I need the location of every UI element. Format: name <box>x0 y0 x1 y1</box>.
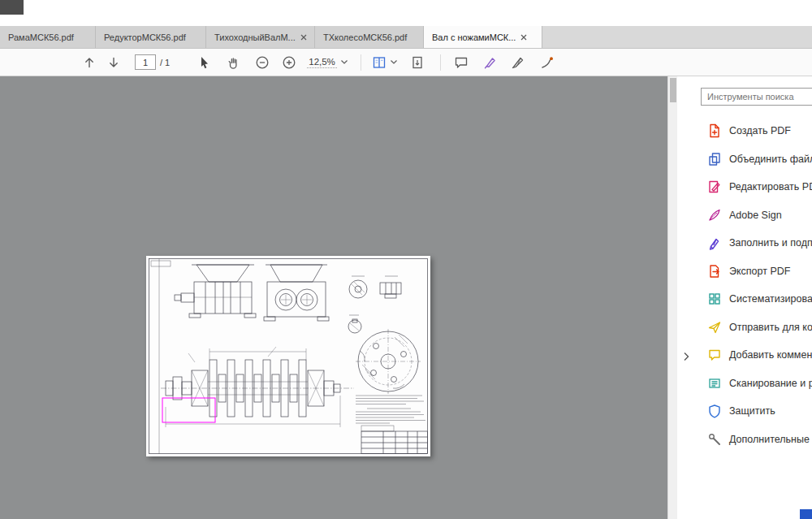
tool-label: Отправить для ком <box>729 322 812 333</box>
document-tab-bar: РамаМСК56.pdf РедукторМСК56.pdf Тихоходн… <box>0 26 812 49</box>
page-display-dropdown[interactable] <box>372 55 397 70</box>
page-up-button[interactable] <box>81 52 97 73</box>
document-canvas[interactable] <box>0 76 667 519</box>
tab-label: РедукторМСК56.pdf <box>104 32 186 42</box>
adobe-sign-icon <box>707 208 722 223</box>
minus-circle-icon <box>255 55 270 70</box>
highlight-tool-button[interactable] <box>482 52 499 73</box>
hand-tool-button[interactable] <box>225 52 241 73</box>
window-corner-fragment <box>0 0 24 15</box>
tool-organize-pages[interactable]: Систематизировать <box>697 285 812 314</box>
tab-label: Вал с ножамиМСК... <box>432 32 516 42</box>
tool-export-pdf[interactable]: Экспорт PDF <box>697 257 812 286</box>
acrobat-window: РамаМСК56.pdf РедукторМСК56.pdf Тихоходн… <box>0 0 812 519</box>
scan-ocr-icon <box>707 376 722 391</box>
zoom-out-button[interactable] <box>254 52 270 73</box>
close-icon[interactable] <box>520 34 527 41</box>
fill-sign-tool-button[interactable] <box>539 52 555 73</box>
tool-more-tools[interactable]: Дополнительные ин <box>697 426 812 454</box>
scrolling-page-icon <box>410 55 425 70</box>
annotation-highlight <box>162 398 215 422</box>
highlighter-icon <box>483 55 498 70</box>
tab-thkolesomsk56[interactable]: ТХколесоМСК56.pdf <box>315 26 424 48</box>
arrow-down-icon <box>106 55 121 70</box>
caret-down-icon <box>341 60 348 64</box>
engineering-drawing <box>146 256 430 456</box>
sign-tool-button[interactable] <box>510 52 526 73</box>
tool-adobe-sign[interactable]: Adobe Sign <box>697 201 812 230</box>
taskbar-accent <box>800 509 812 519</box>
page-display-icon <box>372 55 387 70</box>
tab-ramamsk56[interactable]: РамаМСК56.pdf <box>0 26 96 48</box>
side-view <box>264 265 329 321</box>
tab-val-s-nozhami[interactable]: Вал с ножамиМСК... <box>424 26 542 48</box>
scrollbar-thumb[interactable] <box>670 78 676 102</box>
tool-send-for-comments[interactable]: Отправить для ком <box>697 314 812 342</box>
protect-icon <box>707 404 722 418</box>
plus-circle-icon <box>282 55 296 70</box>
combine-files-icon <box>707 152 722 167</box>
close-icon[interactable] <box>300 34 307 41</box>
fill-sign-icon <box>707 236 722 250</box>
title-block <box>361 426 428 454</box>
edit-pdf-icon <box>707 179 722 194</box>
arrow-up-icon <box>82 55 97 70</box>
tools-search-input[interactable] <box>701 88 812 106</box>
tool-label: Создать PDF <box>729 125 791 136</box>
tool-label: Экспорт PDF <box>729 266 790 277</box>
front-view <box>175 265 256 318</box>
tool-label: Объединить файлы <box>729 154 812 165</box>
tool-label: Дополнительные ин <box>729 434 812 445</box>
add-comment-icon <box>707 348 722 362</box>
page-number-input[interactable] <box>135 54 156 70</box>
ink-signature-icon <box>540 55 555 70</box>
tab-reduktormsk56[interactable]: РедукторМСК56.pdf <box>96 26 206 48</box>
send-comments-icon <box>707 320 722 335</box>
tool-label: Adobe Sign <box>729 210 782 221</box>
chevron-right-icon <box>683 352 689 361</box>
pdf-page[interactable] <box>146 256 430 456</box>
select-tool-button[interactable] <box>196 52 212 73</box>
tab-label: ТихоходныйВалМ... <box>214 32 296 42</box>
comment-tool-button[interactable] <box>453 52 469 73</box>
panel-collapse-button[interactable] <box>680 348 693 365</box>
export-pdf-icon <box>707 264 722 279</box>
pen-icon <box>511 55 525 70</box>
title-bar <box>0 0 812 26</box>
tab-label: ТХколесоМСК56.pdf <box>323 32 407 42</box>
tool-label: Сканирование и рас <box>729 378 812 389</box>
tool-label: Систематизировать <box>729 293 812 305</box>
hand-icon <box>226 55 240 70</box>
vertical-scrollbar[interactable] <box>667 76 677 519</box>
toolbar-separator <box>361 54 361 71</box>
scrolling-mode-button[interactable] <box>409 52 425 73</box>
tool-label: Защитить <box>729 405 775 417</box>
tool-scan-ocr[interactable]: Сканирование и рас <box>697 370 812 398</box>
tab-tihohodnyvalm[interactable]: ТихоходныйВалМ... <box>206 26 315 48</box>
tool-edit-pdf[interactable]: Редактировать PDF <box>697 173 812 201</box>
tool-combine-files[interactable]: Объединить файлы <box>697 145 812 174</box>
more-tools-icon <box>707 432 722 447</box>
section-views <box>348 276 401 333</box>
zoom-value: 12,5% <box>307 56 337 68</box>
tools-list: Создать PDF Объединить файлы Редактирова… <box>697 117 812 453</box>
technical-requirements-text <box>356 396 425 423</box>
page-down-button[interactable] <box>106 52 122 73</box>
shaft-assembly-section <box>161 347 354 427</box>
tool-protect[interactable]: Защитить <box>697 397 812 426</box>
corner-stamp <box>151 261 171 266</box>
tool-label: Заполнить и подпис <box>729 237 812 249</box>
tool-label: Редактировать PDF <box>729 181 812 192</box>
zoom-in-button[interactable] <box>281 52 297 73</box>
cursor-icon <box>197 55 211 70</box>
tool-fill-and-sign[interactable]: Заполнить и подпис <box>697 229 812 257</box>
toolbar-separator <box>440 54 441 71</box>
cutter-disc-view <box>356 329 421 394</box>
tab-label: РамаМСК56.pdf <box>8 32 74 42</box>
organize-pages-icon <box>707 292 722 306</box>
tool-add-comment[interactable]: Добавить коммента <box>697 341 812 370</box>
create-pdf-icon <box>707 123 722 138</box>
zoom-level-dropdown[interactable]: 12,5% <box>307 56 348 68</box>
tools-panel: Создать PDF Объединить файлы Редактирова… <box>697 76 812 519</box>
tool-create-pdf[interactable]: Создать PDF <box>697 117 812 145</box>
